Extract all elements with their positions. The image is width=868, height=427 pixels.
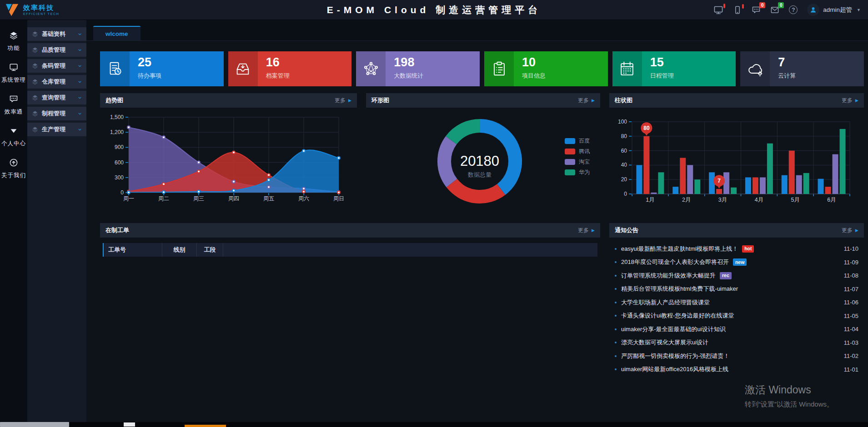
notice-date: 11-01 — [844, 366, 861, 373]
message-count-badge: 0 — [759, 2, 765, 8]
legend-label: 腾讯 — [579, 148, 590, 155]
stat-card-项目信息[interactable]: 10 项目信息 — [484, 51, 608, 86]
mobile-phone-icon[interactable] — [733, 5, 742, 15]
stat-card-label: 项目信息 — [522, 72, 546, 80]
notice-list-item[interactable]: 订单管理系统功能升级效率大幅提升rec11-08 — [615, 269, 861, 283]
legend-item-腾讯[interactable]: 腾讯 — [565, 148, 590, 155]
stat-card-待办事项[interactable]: 25 待办事项 — [100, 51, 224, 86]
desktop-monitor-icon[interactable] — [713, 5, 723, 15]
notice-date: 11-03 — [844, 339, 861, 346]
message-icon[interactable]: 0 — [752, 5, 761, 15]
sidebar-item-条码管理[interactable]: 条码管理 — [27, 59, 86, 73]
notice-list-item[interactable]: 精美后台管理系统模板html免费下载-uimaker11-07 — [615, 283, 861, 296]
svg-text:2月: 2月 — [682, 197, 691, 203]
bullet-dot-icon — [615, 261, 617, 263]
svg-text:40: 40 — [621, 162, 627, 168]
more-arrow-icon: ▶ — [348, 98, 351, 103]
notice-list-item[interactable]: uimaker网站最新office2016风格模板上线11-01 — [615, 363, 861, 377]
sidebar-item-仓库管理[interactable]: 仓库管理 — [27, 75, 86, 89]
notice-text: 严厉鄙视一切倒卖模板的行为-强烈谴责！ — [621, 352, 729, 360]
help-icon[interactable]: ? — [789, 5, 798, 14]
orders-panel-title: 在制工单 — [105, 226, 578, 234]
bars-more-link[interactable]: 更多▶ — [842, 97, 858, 104]
notice-date: 11-07 — [844, 286, 861, 293]
rail-item-功能[interactable]: 功能 — [8, 31, 20, 52]
svg-text:周三: 周三 — [193, 195, 204, 202]
notice-badge-rec: rec — [720, 272, 732, 279]
legend-swatch — [565, 138, 575, 144]
ring-more-link[interactable]: 更多▶ — [578, 97, 595, 104]
user-menu[interactable]: admin超管 ▼ — [807, 4, 861, 16]
svg-text:0: 0 — [624, 191, 627, 197]
rail-item-label: 关于我们 — [1, 172, 26, 179]
svg-text:80: 80 — [621, 133, 627, 139]
bars-panel-title: 柱状图 — [615, 96, 842, 104]
legend-item-淘宝[interactable]: 淘宝 — [565, 158, 590, 166]
monitor-icon — [713, 5, 723, 15]
trend-panel-title: 趋势图 — [105, 96, 335, 104]
notice-text: 漂亮大数据可视化大屏展示ui设计 — [621, 338, 708, 347]
left-rail: 功能系统管理效率通个人中心关于我们 — [0, 20, 27, 427]
svg-text:周一: 周一 — [123, 195, 134, 202]
notice-list-item[interactable]: 漂亮大数据可视化大屏展示ui设计11-03 — [615, 336, 861, 350]
notice-badge-hot: hot — [742, 245, 754, 253]
svg-text:1,500: 1,500 — [110, 114, 124, 120]
brand-name-cn: 效率科技 — [23, 4, 59, 11]
stat-card-icon-box — [356, 51, 386, 86]
rail-item-关于我们[interactable]: 关于我们 — [1, 158, 26, 179]
horizontal-scrollbar-thumb[interactable] — [0, 422, 69, 427]
rail-item-系统管理[interactable]: 系统管理 — [1, 63, 26, 84]
stat-card-档案管理[interactable]: 16 档案管理 — [228, 51, 352, 86]
notices-panel-title: 通知公告 — [615, 226, 842, 234]
notice-date: 11-06 — [844, 299, 861, 306]
rail-item-效率通[interactable]: 效率通 — [5, 94, 23, 116]
notice-list-item[interactable]: easyui最新酷黑主题皮肤html模板即将上线！hot11-10 — [615, 242, 861, 256]
rail-item-label: 功能 — [8, 45, 20, 52]
svg-text:4月: 4月 — [755, 197, 763, 203]
notice-text: 2018年度公司现金个人表彰大会即将召开 — [621, 258, 729, 266]
legend-item-华为[interactable]: 华为 — [565, 169, 590, 176]
mail-icon[interactable]: 0 — [770, 5, 779, 15]
notice-list-item[interactable]: 大学生职场新人产品经理晋级课堂11-06 — [615, 296, 861, 309]
avatar — [807, 4, 819, 16]
svg-text:600: 600 — [115, 159, 124, 166]
notice-list-item[interactable]: 2018年度公司现金个人表彰大会即将召开new11-09 — [615, 256, 861, 269]
stat-card-云计算[interactable]: 7 云计算 — [740, 51, 864, 86]
content-area: wlcome 25 待办事项 16 档案管理 198 大数据统计 10 项目信息… — [86, 20, 868, 427]
svg-text:0: 0 — [120, 189, 124, 196]
more-arrow-icon: ▶ — [855, 228, 858, 233]
svg-text:周二: 周二 — [158, 195, 169, 202]
stat-card-大数据统计[interactable]: 198 大数据统计 — [356, 51, 480, 86]
trend-more-link[interactable]: 更多▶ — [335, 97, 351, 104]
legend-label: 淘宝 — [579, 158, 590, 166]
donut-legend: 百度 腾讯 淘宝 华为 — [565, 137, 590, 176]
tab-welcome[interactable]: wlcome — [93, 26, 140, 40]
notice-date: 11-09 — [844, 259, 861, 266]
rail-item-个人中心[interactable]: 个人中心 — [1, 126, 26, 148]
notices-more-link[interactable]: 更多▶ — [842, 227, 858, 234]
orders-table-header: 工单号 线别 工段 — [103, 243, 597, 257]
stat-card-value: 10 — [522, 56, 546, 69]
more-arrow-icon: ▶ — [855, 98, 858, 103]
monitor-alert-badge — [723, 4, 725, 8]
legend-swatch — [565, 159, 575, 165]
sidebar-item-基础资料[interactable]: 基础资料 — [27, 27, 86, 41]
column-header-line: 线别 — [162, 243, 196, 257]
notice-list-item[interactable]: uimaker分享-最全面最基础的ui设计知识11-04 — [615, 323, 861, 336]
sidebar-item-生产管理[interactable]: 生产管理 — [27, 123, 86, 136]
sidebar-item-制程管理[interactable]: 制程管理 — [27, 107, 86, 120]
arrow-up-circle-icon — [9, 158, 18, 167]
notice-list-item[interactable]: 严厉鄙视一切倒卖模板的行为-强烈谴责！11-02 — [615, 349, 861, 363]
stat-card-日程管理[interactable]: 15 日程管理 — [612, 51, 736, 86]
bar-chart-panel: 柱状图 更多▶ 0204060801001月2月3月4月5月6月807 — [609, 93, 864, 215]
notice-text: 订单管理系统功能升级效率大幅提升 — [621, 272, 716, 280]
stat-cards-row: 25 待办事项 16 档案管理 198 大数据统计 10 项目信息 15 日程管… — [100, 51, 864, 86]
more-arrow-icon: ▶ — [592, 228, 595, 233]
sidebar-item-查询管理[interactable]: 查询管理 — [27, 91, 86, 104]
notice-list-item[interactable]: 卡通头像设计ui教程-您身边最好的在线课堂11-05 — [615, 309, 861, 323]
stat-card-icon-box — [740, 51, 770, 86]
legend-item-百度[interactable]: 百度 — [565, 137, 590, 145]
orders-more-link[interactable]: 更多▶ — [578, 227, 595, 234]
top-header: 效率科技 EFFICIENT TECH E-MOM Cloud 制造运营管理平台… — [0, 0, 868, 20]
sidebar-item-品质管理[interactable]: 品质管理 — [27, 43, 86, 57]
